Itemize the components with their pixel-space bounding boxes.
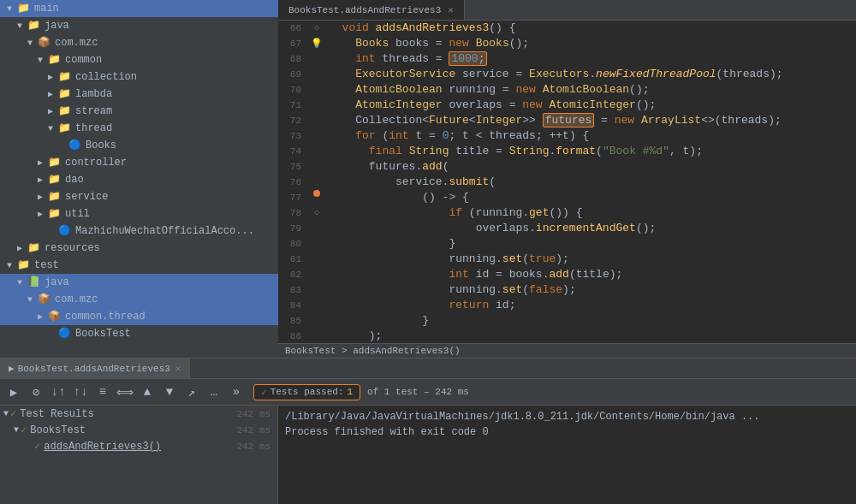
bottom-tab-run[interactable]: ▶ BooksTest.addsAndRetrieves3 ✕ — [0, 359, 190, 378]
sidebar-label: common — [65, 54, 102, 66]
code-line-67: 67 💡 Books books = new Books(); — [278, 36, 856, 51]
export-button[interactable]: ↗ — [181, 382, 202, 402]
folder-icon: 📁 — [27, 241, 41, 255]
rerun-failed-button[interactable]: ↓↑ — [48, 382, 68, 402]
test-result-bookstest[interactable]: ▼ ✓ BooksTest 242 ms — [0, 422, 277, 438]
sidebar-label: test — [34, 259, 59, 271]
tests-passed-badge: ✓ Tests passed: 1 — [253, 384, 360, 400]
code-line-85: 85 } — [278, 313, 856, 329]
code-line-72: 72 Collection<Future<Integer>> futures =… — [278, 113, 856, 128]
class-icon: 🔵 — [58, 224, 72, 238]
settings-button[interactable]: » — [226, 382, 247, 402]
output-line-1: /Library/Java/JavaVirtualMachines/jdk1.8… — [285, 409, 849, 424]
collapse-button[interactable]: ≡ — [92, 382, 113, 402]
sidebar-label: main — [34, 3, 59, 15]
check-icon: ✓ — [261, 387, 267, 398]
breadcrumb: BooksTest > addsAndRetrieves3() — [278, 343, 856, 358]
test-result-label: addsAndRetrieves3() — [44, 441, 161, 453]
expand-arrow: ▼ — [17, 21, 27, 31]
expand-arrow: ▼ — [7, 261, 17, 270]
expand-arrow: ▼ — [27, 295, 38, 305]
code-line-73: 73 for (int t = 0; t < threads; ++t) { — [278, 128, 856, 144]
sidebar-item-mazhichu[interactable]: 🔵 MazhichuWechatOfficialAcco... — [0, 222, 278, 240]
run-button[interactable]: ▶ — [3, 382, 24, 402]
file-tree[interactable]: ▼ 📁 main ▼ 📁 java ▼ 📦 com.mzc ▼ 📁 common… — [0, 0, 278, 358]
sidebar-item-java[interactable]: ▼ 📁 java — [0, 17, 278, 34]
sidebar-item-collection[interactable]: ▶ 📁 collection — [0, 68, 278, 86]
sidebar-item-stream[interactable]: ▶ 📁 stream — [0, 103, 278, 120]
sidebar-item-main[interactable]: ▼ 📁 main — [0, 0, 278, 17]
sidebar-label: lambda — [75, 88, 112, 100]
package-icon: 📦 — [38, 293, 51, 306]
sidebar-label: service — [65, 191, 108, 203]
expand-arrow: ▶ — [38, 209, 48, 219]
sidebar-item-common[interactable]: ▼ 📁 common — [0, 51, 278, 68]
sidebar-label: thread — [75, 122, 112, 134]
expand-arrow: ▶ — [17, 243, 27, 253]
folder-icon: 📁 — [48, 156, 62, 169]
folder-icon: 📁 — [17, 2, 31, 15]
sidebar-item-test-com-mzc[interactable]: ▼ 📦 com.mzc — [0, 291, 278, 308]
code-line-76: 76 service.submit( — [278, 175, 856, 190]
down-button[interactable]: ▼ — [159, 382, 180, 402]
code-line-79: 79 overlaps.incrementAndGet(); — [278, 221, 856, 236]
expand-arrow: ▼ — [17, 278, 27, 288]
folder-icon: 📁 — [58, 122, 72, 135]
sidebar-item-com-mzc[interactable]: ▼ 📦 com.mzc — [0, 34, 278, 51]
sidebar-label: stream — [75, 105, 112, 117]
sidebar-item-util[interactable]: ▶ 📁 util — [0, 205, 278, 222]
sidebar-item-common-thread[interactable]: ▶ 📦 common.thread — [0, 308, 278, 325]
sidebar-label: com.mzc — [55, 294, 98, 305]
tab-icon: ▶ — [9, 363, 15, 374]
bottom-tab-bar: ▶ BooksTest.addsAndRetrieves3 ✕ — [0, 358, 856, 378]
test-tree[interactable]: ▼ ✓ Test Results 242 ms ▼ ✓ BooksTest 24… — [0, 406, 278, 504]
pass-icon: ✓ — [21, 424, 27, 436]
expand-arrow: ▶ — [48, 72, 58, 82]
sidebar-item-resources[interactable]: ▶ 📁 resources — [0, 240, 278, 257]
sidebar-item-lambda[interactable]: ▶ 📁 lambda — [0, 86, 278, 103]
test-result-method[interactable]: ✓ addsAndRetrieves3() 242 ms — [0, 438, 277, 454]
output-line-3: Process finished with exit code 0 — [285, 424, 849, 440]
folder-icon: 📁 — [48, 207, 62, 221]
sidebar-item-thread[interactable]: ▼ 📁 thread — [0, 120, 278, 137]
pass-icon: ✓ — [10, 407, 16, 420]
sidebar-item-service[interactable]: ▶ 📁 service — [0, 188, 278, 205]
code-line-84: 84 return id; — [278, 298, 856, 313]
code-line-68: 68 int threads = 1000; — [278, 51, 856, 67]
run-toolbar: ▶ ⊘ ↓↑ ↑↓ ≡ ⟺ ▲ ▼ ↗ … » ✓ Tests passed: … — [0, 378, 856, 406]
test-output: /Library/Java/JavaVirtualMachines/jdk1.8… — [278, 406, 856, 504]
expand-arrow: ▶ — [38, 192, 48, 202]
sidebar-item-controller[interactable]: ▶ 📁 controller — [0, 154, 278, 171]
editor-scroll[interactable]: 66 ◇ void addsAndRetrieves3() { 67 💡 Boo… — [278, 21, 856, 343]
folder-icon: 📁 — [48, 190, 62, 204]
tab-label: BooksTest.addsAndRetrieves3 — [288, 5, 441, 15]
expand-button[interactable]: ⟺ — [115, 382, 135, 402]
sidebar-label: controller — [65, 157, 127, 169]
sidebar-item-books[interactable]: 🔵 Books — [0, 137, 278, 154]
test-result-ms: 242 ms — [236, 425, 274, 436]
stop-button[interactable]: ⊘ — [26, 382, 46, 402]
expand-arrow: ▶ — [48, 106, 58, 116]
code-editor: BooksTest.addsAndRetrieves3 ✕ 66 ◇ void … — [278, 0, 856, 358]
sidebar-label: java — [45, 20, 69, 32]
sidebar-label: java — [45, 276, 69, 288]
sort-button[interactable]: ↑↓ — [70, 382, 91, 402]
test-result-root[interactable]: ▼ ✓ Test Results 242 ms — [0, 406, 277, 422]
close-icon[interactable]: ✕ — [175, 363, 181, 374]
folder-icon: 📁 — [58, 87, 72, 101]
code-line-71: 71 AtomicInteger overlaps = new AtomicIn… — [278, 98, 856, 113]
sidebar-label: com.mzc — [55, 37, 98, 49]
test-class-icon: 🔵 — [58, 327, 72, 341]
sidebar-item-dao[interactable]: ▶ 📁 dao — [0, 171, 278, 188]
sidebar-item-test-java[interactable]: ▼ 📗 java — [0, 274, 278, 291]
up-button[interactable]: ▲ — [137, 382, 158, 402]
expand-arrow: ▶ — [48, 89, 58, 99]
sidebar-item-bookstest[interactable]: 🔵 BooksTest — [0, 325, 278, 342]
more-button[interactable]: … — [204, 382, 224, 402]
code-line-69: 69 ExecutorService service = Executors.n… — [278, 67, 856, 82]
package-icon: 📦 — [38, 36, 51, 50]
class-icon: 🔵 — [68, 139, 82, 152]
sidebar-item-test[interactable]: ▼ 📁 test — [0, 257, 278, 274]
close-icon[interactable]: ✕ — [448, 4, 454, 15]
editor-tab[interactable]: BooksTest.addsAndRetrieves3 ✕ — [278, 0, 465, 20]
